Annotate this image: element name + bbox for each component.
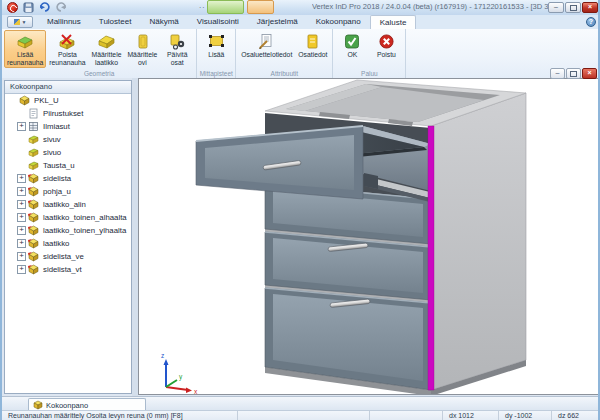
tree-item-piirustukset[interactable]: Piirustukset — [5, 107, 131, 120]
expand-icon[interactable]: + — [17, 252, 26, 261]
ribbon-group-label: Paluu — [333, 70, 405, 77]
window-title: Vertex InD Pro 2018 / 24.0.04 (beta) (r1… — [312, 2, 550, 13]
application-window: .. Vertex InD Pro 2018 / 24.0.04 (beta) … — [0, 0, 600, 420]
tree-item-label: sidelista_vt — [43, 265, 82, 274]
exit-icon — [377, 32, 396, 50]
tree-item-laatikko_alin[interactable]: +laatikko_alin — [5, 198, 131, 211]
mdi-restore-icon — [570, 71, 577, 77]
vertex-logo-icon[interactable] — [7, 2, 18, 13]
ribbon: Lisää reunanauhaPoista reunanauhaMääritt… — [2, 29, 600, 79]
quick-access-toolbar — [22, 2, 67, 13]
tree-item-laatikko_toinen_ylhaalta[interactable]: +laatikko_toinen_ylhaalta — [5, 224, 131, 237]
tab-näkymä[interactable]: Näkymä — [140, 15, 187, 29]
tree-item-ilmiasut[interactable]: +Ilmiasut — [5, 120, 131, 133]
part-icon — [28, 134, 40, 145]
edgeband-add-button[interactable]: Lisää reunanauha — [4, 30, 46, 68]
tab-mallinnus[interactable]: Mallinnus — [38, 15, 90, 29]
tree-item-sidelista_ve[interactable]: +sidelista_ve — [5, 250, 131, 263]
exit-button[interactable]: Poistu — [369, 30, 403, 61]
tree-item-pkl_u[interactable]: PKL_U — [5, 94, 131, 107]
undo-icon[interactable] — [38, 2, 51, 13]
status-message: Reunanauhan määrittely Osoita levyn reun… — [8, 412, 183, 419]
expand-icon[interactable]: + — [17, 265, 26, 274]
subassembly-icon — [28, 225, 40, 236]
ribbon-group-label: Mittapisteet — [197, 70, 235, 77]
tab-tulosteet[interactable]: Tulosteet — [90, 15, 141, 29]
expand-icon[interactable]: + — [17, 213, 26, 222]
ok-button[interactable]: OK — [335, 30, 369, 61]
tree-item-sivuv[interactable]: sivuv — [5, 133, 131, 146]
mdi-restore-button[interactable] — [566, 68, 581, 79]
part-info-icon — [303, 32, 322, 50]
tree-item-label: Tausta_u — [43, 161, 75, 170]
tab-visualisointi[interactable]: Visualisointi — [188, 15, 248, 29]
mdi-window-buttons: – × — [550, 68, 597, 79]
tree-item-pohja_u[interactable]: +pohja_u — [5, 185, 131, 198]
ribbon-button-label: Poista reunanauha — [49, 51, 85, 66]
cabinet-3d-scene: z y x — [139, 79, 600, 394]
minimize-button[interactable]: – — [548, 2, 564, 13]
contextual-tab-group-green[interactable] — [207, 0, 244, 14]
expand-icon[interactable]: + — [17, 226, 26, 235]
expand-icon[interactable]: + — [17, 239, 26, 248]
partlist-info-button[interactable]: Osaluettelotiedot — [238, 30, 295, 61]
tree-item-label: pohja_u — [43, 187, 71, 196]
mdi-minimize-button[interactable]: – — [550, 68, 565, 79]
define-door-button[interactable]: Määrittele ovi — [124, 30, 160, 68]
closed-drawers — [265, 184, 431, 390]
window-buttons: – × — [548, 2, 598, 13]
expand-icon[interactable]: + — [17, 122, 26, 131]
expand-icon[interactable]: + — [17, 200, 26, 209]
define-door-icon — [133, 32, 152, 50]
close-button[interactable]: × — [582, 2, 598, 13]
open-drawer[interactable] — [196, 126, 431, 202]
update-parts-icon — [168, 32, 187, 50]
update-parts-button[interactable]: Päivitä osat — [160, 30, 194, 68]
ribbon-button-label: Lisää reunanauha — [7, 51, 43, 66]
tree-item-laatikko[interactable]: +laatikko — [5, 237, 131, 250]
contextual-tab-group-orange[interactable] — [247, 0, 274, 14]
subassembly-icon — [28, 199, 40, 210]
tree-item-sidelista_vt[interactable]: +sidelista_vt — [5, 263, 131, 276]
ribbon-button-label: Päivitä osat — [167, 51, 187, 66]
part-info-button[interactable]: Osatiedot — [295, 30, 330, 61]
3d-viewport[interactable]: – × — [138, 78, 600, 395]
mdi-close-button[interactable]: × — [582, 68, 597, 79]
tree-item-label: Piirustukset — [43, 109, 83, 118]
partlist-info-icon — [257, 32, 276, 50]
measurepoints-add-button[interactable]: Lisää — [199, 30, 233, 61]
app-menu-button[interactable]: ▼ — [7, 16, 33, 28]
tree-item-laatikko_toinen_alhaalta[interactable]: +laatikko_toinen_alhaalta — [5, 211, 131, 224]
expand-icon[interactable]: + — [17, 174, 26, 183]
tree-item-label: sidelista_ve — [43, 252, 84, 261]
tree-item-tausta_u[interactable]: Tausta_u — [5, 159, 131, 172]
tree-item-label: Ilmiasut — [43, 122, 70, 131]
ribbon-group-mittapisteet: LisääMittapisteet — [197, 29, 236, 78]
ribbon-group-geometria: Lisää reunanauhaPoista reunanauhaMääritt… — [2, 29, 197, 78]
quick-access-overflow[interactable]: .. — [199, 1, 205, 10]
tab-kaluste[interactable]: Kaluste — [370, 15, 417, 29]
tree-item-label: laatikko_alin — [43, 200, 86, 209]
tab-järjestelmä[interactable]: Järjestelmä — [248, 15, 307, 29]
app-menu-icon — [14, 19, 20, 25]
ribbon-button-label: Lisää — [208, 51, 224, 59]
help-icon[interactable]: ? — [586, 17, 596, 27]
main-area: Kokoonpano PKL_UPiirustukset+Ilmiasutsiv… — [2, 78, 600, 396]
restore-button[interactable] — [565, 2, 581, 13]
highlighted-edge[interactable] — [428, 126, 434, 390]
expand-icon[interactable]: + — [17, 187, 26, 196]
edgeband-remove-icon — [58, 32, 77, 50]
chevron-down-icon: ▼ — [22, 19, 27, 25]
tree-item-sivuo[interactable]: sivuo — [5, 146, 131, 159]
save-icon[interactable] — [22, 2, 35, 13]
tab-kokoonpano[interactable]: Kokoonpano — [307, 15, 370, 29]
assembly-icon — [19, 95, 31, 106]
ribbon-group-attribuutit: OsaluettelotiedotOsatiedotAttribuutit — [236, 29, 333, 78]
define-box-button[interactable]: Määrittele laatikko — [89, 30, 125, 68]
ribbon-button-label: Osaluettelotiedot — [241, 51, 292, 59]
redo-icon[interactable] — [54, 2, 67, 13]
tree-item-label: laatikko — [43, 239, 69, 248]
appearances-icon — [28, 121, 40, 132]
edgeband-remove-button[interactable]: Poista reunanauha — [46, 30, 88, 68]
tree-item-sidelista[interactable]: +sidelista — [5, 172, 131, 185]
